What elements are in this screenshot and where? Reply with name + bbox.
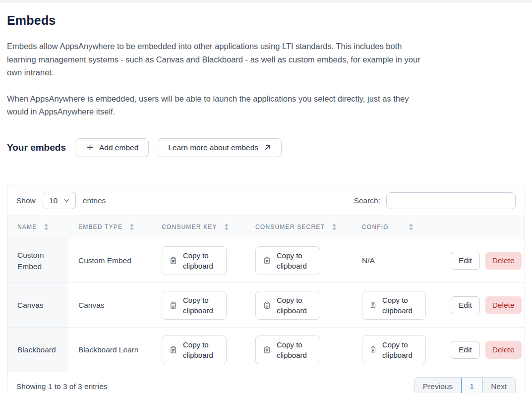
column-header-consumer-key[interactable]: CONSUMER KEY (152, 216, 245, 238)
learn-more-label: Learn more about embeds (168, 143, 258, 152)
copy-consumer-secret-button[interactable]: Copy to clipboard (255, 291, 320, 320)
delete-button[interactable]: Delete (485, 296, 522, 314)
column-header-embed-type[interactable]: EMBED TYPE (68, 216, 152, 238)
your-embeds-heading: Your embeds (7, 142, 66, 153)
learn-more-button[interactable]: Learn more about embeds (158, 138, 282, 157)
cell-name: Custom Embed (7, 238, 68, 283)
pagination-next-button[interactable]: Next (482, 378, 515, 393)
table-header: NAME EMBED TYPE CONSUMER KEY CONSUMER SE… (7, 216, 525, 238)
external-link-icon (264, 144, 271, 151)
cell-consumer-key: Copy to clipboard (152, 283, 245, 328)
embeds-table-card: Show 10 entries Search: NAME EMBED TYPE … (7, 185, 525, 393)
config-na-value: N/A (362, 255, 437, 266)
table-footer: Showing 1 to 3 of 3 entries Previous 1 N… (7, 372, 525, 393)
table-controls: Show 10 entries Search: (7, 185, 525, 216)
clipboard-icon (370, 346, 376, 353)
column-label-consumer-key: CONSUMER KEY (162, 224, 217, 230)
intro-paragraph-2: When AppsAnywhere is embedded, users wil… (7, 92, 422, 118)
clipboard-icon (263, 346, 271, 354)
add-embed-label: Add embed (99, 143, 138, 152)
copy-button-label: Copy to clipboard (183, 295, 219, 316)
column-header-name[interactable]: NAME (7, 216, 68, 238)
cell-embed-type: Blackboard Learn (68, 328, 152, 372)
cell-actions: Edit Delete (441, 328, 525, 372)
embeds-table: NAME EMBED TYPE CONSUMER KEY CONSUMER SE… (7, 216, 525, 372)
page-content: Embeds Embeds allow AppsAnywhere to be e… (0, 2, 532, 157)
copy-config-button[interactable]: Copy to clipboard (362, 291, 426, 320)
cell-name: Blackboard (7, 328, 68, 372)
entries-label: entries (83, 196, 106, 205)
copy-config-button[interactable]: Copy to clipboard (362, 336, 426, 364)
page-size-control: Show 10 entries (16, 192, 106, 209)
delete-button[interactable]: Delete (485, 341, 522, 359)
copy-consumer-secret-button[interactable]: Copy to clipboard (255, 336, 320, 364)
search-control: Search: (354, 192, 516, 209)
entries-summary: Showing 1 to 3 of 3 entries (16, 382, 108, 391)
table-row: Canvas Canvas Copy to clipboard Copy to … (7, 283, 525, 328)
clipboard-icon (170, 301, 177, 309)
clipboard-icon (170, 257, 177, 265)
column-label-embed-type: EMBED TYPE (78, 224, 122, 230)
cell-config: Copy to clipboard (352, 283, 441, 328)
cell-actions: Edit Delete (441, 238, 525, 283)
copy-button-label: Copy to clipboard (382, 339, 418, 360)
column-header-actions (441, 216, 525, 238)
your-embeds-toolbar: Your embeds Add embed Learn more about e… (7, 138, 525, 157)
page-size-select[interactable]: 10 (43, 192, 76, 209)
table-row: Custom Embed Custom Embed Copy to clipbo… (7, 238, 525, 283)
page-size-value: 10 (49, 196, 58, 205)
cell-name: Canvas (7, 283, 68, 328)
clipboard-icon (263, 301, 271, 309)
table-row: Blackboard Blackboard Learn Copy to clip… (7, 328, 525, 372)
copy-consumer-secret-button[interactable]: Copy to clipboard (255, 246, 320, 275)
search-input[interactable] (386, 192, 516, 209)
copy-consumer-key-button[interactable]: Copy to clipboard (162, 291, 227, 320)
cell-consumer-key: Copy to clipboard (152, 328, 245, 372)
cell-embed-type: Custom Embed (68, 238, 152, 283)
cell-consumer-secret: Copy to clipboard (245, 238, 352, 283)
plus-icon (86, 144, 94, 151)
intro-paragraph-1: Embeds allow AppsAnywhere to be embedded… (7, 40, 422, 79)
sort-icon (332, 224, 337, 230)
pagination: Previous 1 Next (414, 377, 516, 393)
sort-icon (409, 224, 414, 230)
copy-button-label: Copy to clipboard (277, 250, 312, 271)
copy-button-label: Copy to clipboard (183, 250, 219, 271)
pagination-previous-button[interactable]: Previous (414, 378, 461, 393)
edit-button[interactable]: Edit (451, 341, 480, 359)
column-label-consumer-secret: CONSUMER SECRET (255, 224, 325, 230)
pagination-page-1-button[interactable]: 1 (461, 377, 482, 393)
copy-button-label: Copy to clipboard (277, 339, 312, 360)
column-header-config[interactable]: CONFIG (352, 216, 441, 238)
cell-config: N/A (352, 238, 441, 283)
column-header-consumer-secret[interactable]: CONSUMER SECRET (245, 216, 352, 238)
sort-icon (44, 224, 49, 230)
page-description: Embeds allow AppsAnywhere to be embedded… (7, 40, 422, 118)
cell-embed-type: Canvas (68, 283, 152, 328)
copy-button-label: Copy to clipboard (382, 295, 418, 316)
cell-actions: Edit Delete (441, 283, 525, 328)
cell-consumer-secret: Copy to clipboard (245, 328, 352, 372)
delete-button[interactable]: Delete (485, 252, 522, 270)
column-label-name: NAME (17, 224, 37, 230)
sort-icon (129, 224, 134, 230)
cell-config: Copy to clipboard (352, 328, 441, 372)
page-title: Embeds (7, 13, 525, 28)
clipboard-icon (370, 301, 376, 309)
chevron-down-icon (64, 199, 69, 203)
clipboard-icon (170, 346, 177, 354)
edit-button[interactable]: Edit (451, 296, 480, 314)
copy-button-label: Copy to clipboard (183, 339, 219, 360)
clipboard-icon (263, 257, 271, 265)
copy-consumer-key-button[interactable]: Copy to clipboard (162, 246, 227, 275)
sort-icon (224, 224, 229, 230)
edit-button[interactable]: Edit (451, 252, 480, 270)
column-label-config: CONFIG (362, 224, 389, 230)
add-embed-button[interactable]: Add embed (76, 138, 149, 157)
copy-consumer-key-button[interactable]: Copy to clipboard (162, 336, 227, 364)
copy-button-label: Copy to clipboard (277, 295, 312, 316)
search-label: Search: (354, 196, 380, 205)
cell-consumer-key: Copy to clipboard (152, 238, 245, 283)
cell-consumer-secret: Copy to clipboard (245, 283, 352, 328)
show-label: Show (16, 196, 36, 205)
